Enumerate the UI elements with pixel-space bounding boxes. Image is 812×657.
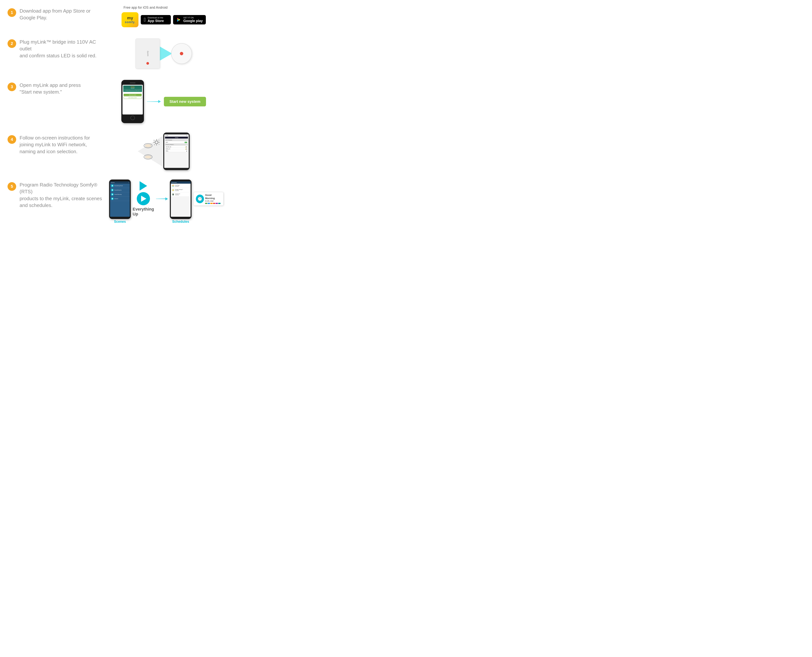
- network-row-2[interactable]: Somfy_•••• 🔒 ▶: [165, 148, 188, 150]
- step4-visual: 10:08 AM 97% ▪ ‹ Settings Wi-Fi Networks…: [138, 132, 190, 170]
- phone-screen-3: sömfy myLink The easiest way to control …: [122, 85, 143, 114]
- indicator-3: [210, 203, 212, 204]
- big-play-button[interactable]: [137, 192, 150, 205]
- somfy-my-text: my: [127, 16, 133, 20]
- phone-mockup-3: sömfy myLink The easiest way to control …: [121, 80, 144, 123]
- page-container: 1 Download app from App Store or Google …: [0, 0, 226, 239]
- step-4-row: 4 Follow on-screen instructions for join…: [8, 132, 218, 170]
- app-store-badge[interactable]:  Download on the App Store: [141, 15, 171, 25]
- schedule-indicators: [205, 203, 221, 204]
- good-morning-popup: 🕐 Good Morning 9:05 AM: [194, 192, 223, 206]
- play-triangle-2: [112, 189, 113, 191]
- wifi-title-bar: ‹ Settings: [165, 137, 188, 139]
- app-title-1: sömfy: [124, 86, 142, 87]
- scene-row-4[interactable]: Kitchen: [110, 197, 130, 201]
- beam-arrowhead: [158, 100, 161, 103]
- app-badges-row: my somfy.  Download on the App Store: [122, 12, 206, 27]
- indicator-4: [213, 203, 215, 204]
- step-3-left: 3 Open myLink app and press "Start new s…: [8, 80, 105, 95]
- schedule-icon-2: ☀️: [172, 188, 175, 191]
- beam-line-3: [147, 101, 158, 102]
- step-4-text: Follow on-screen instructions for joinin…: [20, 134, 90, 155]
- step-2-row: 2 Plug myLink™ bridge into 110V AC outle…: [8, 37, 218, 70]
- scene-play-btn-1[interactable]: [111, 184, 114, 187]
- wifi-section-label: Wi-Fi Networks: [165, 139, 188, 141]
- play-triangle-1: [112, 185, 113, 187]
- free-app-label: Free app for iOS and Android: [123, 6, 206, 9]
- step-3-right: sömfy myLink The easiest way to control …: [109, 80, 218, 123]
- svg-point-9: [155, 141, 158, 144]
- scenes-header-edit[interactable]: +: [128, 182, 129, 183]
- wifi-toggle[interactable]: ON: [184, 142, 187, 143]
- step-2-number: 2: [8, 39, 16, 48]
- step-2-text: Plug myLink™ bridge into 110V AC outlet …: [20, 39, 105, 59]
- step-1-right: Free app for iOS and Android my somfy. …: [109, 6, 218, 27]
- beam-triangle: [159, 46, 172, 61]
- network-name-2: Somfy_••••: [166, 148, 170, 149]
- step-5-row: 5 Program Radio Technology Somfy® (RTS) …: [8, 179, 218, 224]
- step5-visual: Scenes + Everything Down Everything Up: [109, 179, 223, 224]
- svg-point-8: [145, 156, 151, 159]
- app-store-small-text: Download on the: [148, 17, 164, 19]
- somfy-logo: my somfy.: [122, 12, 139, 27]
- step3-visual: sömfy myLink The easiest way to control …: [121, 80, 206, 123]
- wifi-back-btn[interactable]: ‹: [166, 137, 166, 138]
- somfy-brand-text: somfy.: [125, 20, 135, 24]
- step-3-text: Open myLink app and press "Start new sys…: [20, 82, 81, 95]
- network-name-1: nat_this_one: [166, 146, 171, 147]
- beam-arrowhead-5: [166, 198, 168, 200]
- network-row-other[interactable]: Other... ▶: [165, 150, 188, 152]
- schedule-row-1[interactable]: 🌅 Conf Open 8:00 AM: [171, 184, 191, 188]
- google-play-badge[interactable]: GET IT ON Google play: [173, 15, 206, 25]
- google-play-small-text: GET IT ON: [183, 17, 203, 19]
- step-1-number: 1: [8, 8, 16, 17]
- scenes-label: Scenes: [114, 220, 126, 224]
- step-2-right: somfy: [109, 37, 218, 70]
- schedules-header: Schedules: [171, 181, 191, 184]
- indicator-6: [218, 203, 220, 204]
- scene-name-3: Good Morning: [114, 194, 122, 195]
- bridge-led: [146, 62, 149, 65]
- everything-up-text: Everything Up: [133, 207, 154, 216]
- play-triangle-3: [112, 194, 113, 195]
- schedule-icon-1: 🌅: [172, 184, 175, 187]
- google-play-icon: [176, 17, 181, 22]
- indicator-1: [205, 203, 207, 204]
- scene-play-btn-2[interactable]: [111, 189, 114, 191]
- phone-home-button: [130, 115, 135, 120]
- network-other-arrow: ▶: [186, 150, 187, 151]
- schedule-text-3: android test 4:35 PM: [175, 193, 180, 196]
- network-row-1[interactable]: nat_this_one 🔒 ▶: [165, 146, 188, 148]
- wifi-toggle-row: Wi-Fi ON: [165, 142, 188, 143]
- app-download-section: Free app for iOS and Android my somfy. …: [122, 6, 206, 27]
- schedule-row-3[interactable]: 📱 android test 4:35 PM: [171, 192, 191, 197]
- app-store-big-text: App Store: [148, 19, 164, 23]
- big-play-triangle: [141, 196, 146, 202]
- schedules-section: Schedules 🌅 Conf Open 8:00 AM: [170, 179, 192, 224]
- indicator-5: [215, 203, 218, 204]
- svg-point-6: [145, 144, 151, 147]
- start-new-system-phone-btn[interactable]: Start new system: [123, 94, 142, 96]
- scene-play-btn-4[interactable]: [111, 198, 114, 200]
- join-existing-phone-btn[interactable]: Join existing system: [123, 97, 142, 99]
- wifi-tab-label: Settings: [175, 137, 178, 138]
- arrow-right-icon: [140, 181, 147, 191]
- scene-row-3[interactable]: Good Morning: [110, 192, 130, 197]
- bridge-device: somfy: [136, 39, 160, 69]
- app-store-text-block: Download on the App Store: [148, 17, 164, 23]
- everything-up-area: Everything Up: [133, 181, 154, 222]
- scene-row-1[interactable]: Everything Down: [110, 184, 130, 188]
- schedule-row-2[interactable]: ☀️ Daylight Savings 2 4:31 PM: [171, 188, 191, 192]
- step-4-right: 10:08 AM 97% ▪ ‹ Settings Wi-Fi Networks…: [109, 132, 218, 170]
- scene-row-2[interactable]: Everything Up: [110, 188, 130, 192]
- start-new-system-button[interactable]: Start new system: [164, 97, 206, 106]
- clock-icon: 🕐: [196, 195, 204, 203]
- scene-play-btn-3[interactable]: [111, 193, 114, 196]
- scenes-header: Scenes +: [110, 181, 130, 184]
- schedules-screen: Schedules 🌅 Conf Open 8:00 AM: [171, 181, 191, 217]
- scenes-section: Scenes + Everything Down Everything Up: [109, 179, 131, 224]
- phone-screen-header: sömfy myLink The easiest way to control …: [123, 86, 142, 92]
- app-title-2: myLink: [124, 87, 142, 89]
- wifi-status-bar: 10:08 AM 97% ▪: [165, 135, 188, 136]
- schedule-text-2: Daylight Savings 2 4:31 PM: [175, 189, 183, 191]
